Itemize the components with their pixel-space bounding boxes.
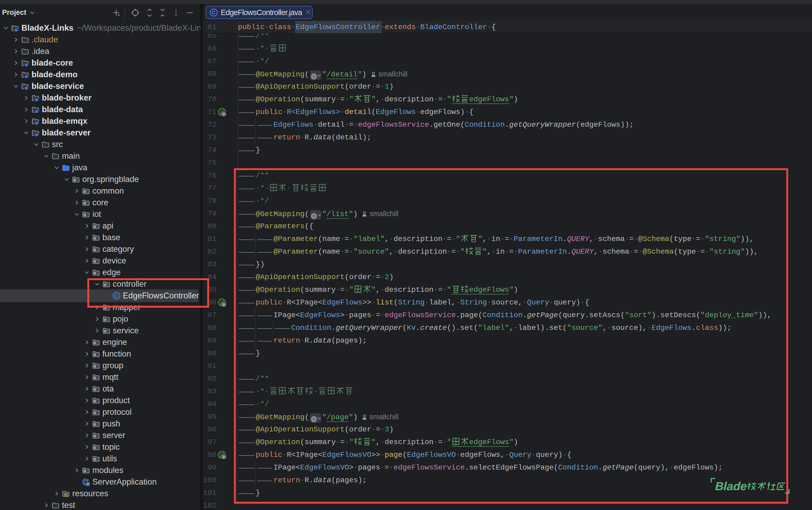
svg-text:C: C: [212, 10, 216, 16]
